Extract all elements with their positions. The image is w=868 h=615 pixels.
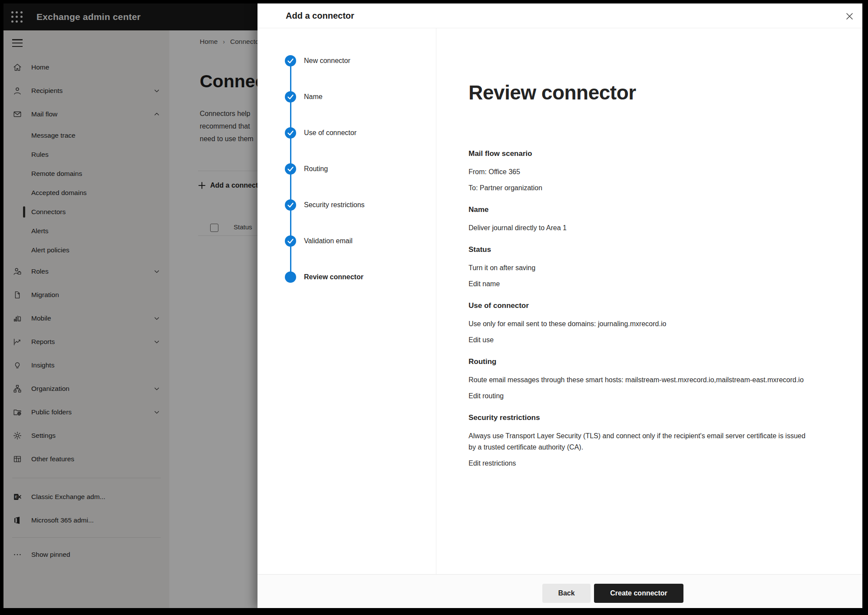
close-icon[interactable]: [844, 11, 855, 21]
dialog-header: Add a connector: [257, 3, 862, 28]
review-value: From: Office 365: [469, 166, 807, 178]
screenshot-frame: Exchange admin center Home Recipients Ma…: [0, 0, 868, 615]
step-complete-icon: [285, 163, 296, 175]
app-window: Exchange admin center Home Recipients Ma…: [3, 3, 862, 608]
step-security-restrictions[interactable]: Security restrictions: [257, 199, 436, 211]
step-name[interactable]: Name: [257, 91, 436, 102]
step-validation-email[interactable]: Validation email: [257, 235, 436, 247]
review-sections: Mail flow scenario From: Office 365 To: …: [469, 148, 807, 469]
step-complete-icon: [285, 235, 296, 247]
review-value: Turn it on after saving: [469, 262, 807, 274]
back-button[interactable]: Back: [542, 584, 591, 603]
edit-name-link[interactable]: Edit name: [469, 278, 500, 290]
step-review-connector[interactable]: Review connector: [257, 271, 436, 283]
dialog-title: Add a connector: [286, 11, 354, 21]
step-complete-icon: [285, 199, 296, 211]
review-value: Deliver journal directly to Area 1: [469, 222, 807, 234]
dialog-footer: Back Create connector: [257, 574, 862, 608]
section-routing: Routing Route email messages through the…: [469, 356, 807, 402]
section-mail-flow-scenario: Mail flow scenario From: Office 365 To: …: [469, 148, 807, 194]
step-routing[interactable]: Routing: [257, 163, 436, 175]
step-complete-icon: [285, 55, 296, 66]
section-status: Status Turn it on after saving Edit name: [469, 244, 807, 290]
step-complete-icon: [285, 127, 296, 139]
step-complete-icon: [285, 91, 296, 102]
edit-routing-link[interactable]: Edit routing: [469, 390, 504, 402]
section-security-restrictions: Security restrictions Always use Transpo…: [469, 412, 807, 469]
review-value: Always use Transport Layer Security (TLS…: [469, 430, 807, 453]
edit-restrictions-link[interactable]: Edit restrictions: [469, 458, 516, 469]
review-value: To: Partner organization: [469, 182, 807, 194]
step-new-connector[interactable]: New connector: [257, 55, 436, 66]
step-current-icon: [285, 271, 296, 283]
edit-use-link[interactable]: Edit use: [469, 334, 494, 346]
add-connector-dialog: Add a connector New connector Name Use o…: [257, 3, 862, 608]
dialog-body: New connector Name Use of connector Rout…: [257, 28, 862, 574]
review-value: Use only for email sent to these domains…: [469, 318, 807, 330]
wizard-stepper: New connector Name Use of connector Rout…: [257, 28, 436, 574]
review-panel: Review connector Mail flow scenario From…: [436, 28, 862, 574]
review-value: Route email messages through these smart…: [469, 374, 807, 386]
step-use-of-connector[interactable]: Use of connector: [257, 127, 436, 139]
review-heading: Review connector: [469, 80, 862, 105]
section-use-of-connector: Use of connector Use only for email sent…: [469, 300, 807, 346]
create-connector-button[interactable]: Create connector: [594, 584, 683, 603]
section-name: Name Deliver journal directly to Area 1: [469, 204, 807, 234]
